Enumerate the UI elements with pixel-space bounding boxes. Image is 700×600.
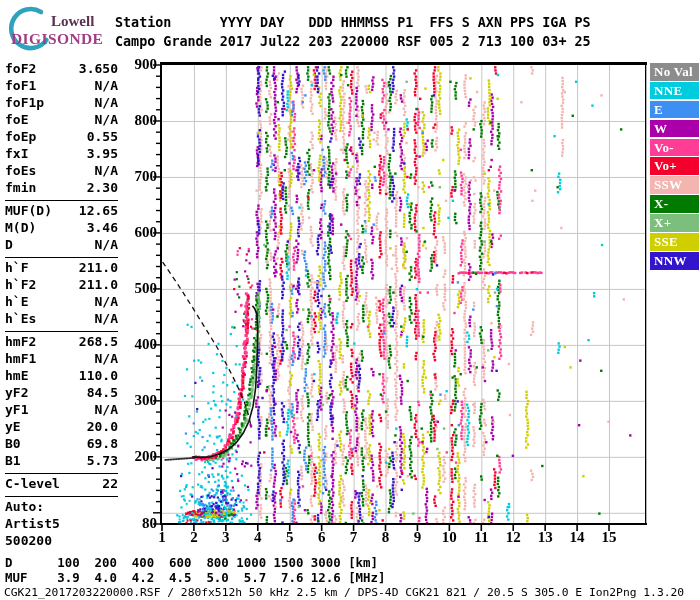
d-muf-table: D 100 200 400 600 800 1000 1500 3000 [km… (5, 556, 385, 586)
param-row: h`F211.0 (5, 260, 118, 277)
y-tick-label: 800 (114, 112, 157, 129)
x-tick-label: 3 (213, 529, 239, 546)
x-tick-label: 1 (149, 529, 175, 546)
param-row: yE20.0 (5, 419, 118, 436)
param-value: N/A (95, 78, 118, 95)
param-row: h`EN/A (5, 294, 118, 311)
param-row: foF23.650 (5, 61, 118, 78)
param-row: Auto: (5, 499, 118, 516)
x-tick-label: 11 (468, 529, 494, 546)
param-label: yF1 (5, 402, 28, 419)
param-value: N/A (95, 351, 118, 368)
param-row: 500200 (5, 533, 118, 550)
param-value: 110.0 (79, 368, 118, 385)
param-label: C-level (5, 476, 60, 493)
param-row: hmE110.0 (5, 368, 118, 385)
param-row: foF1N/A (5, 78, 118, 95)
param-label: B0 (5, 436, 21, 453)
file-info-footer: CGK21_2017203220000.RSF / 280fx512h 50 k… (4, 586, 684, 599)
param-row: yF284.5 (5, 385, 118, 402)
param-label: MUF(D) (5, 203, 52, 220)
legend-item-sse: SSE (650, 233, 699, 251)
param-label: M(D) (5, 220, 36, 237)
legend-item-e: E (650, 101, 699, 119)
param-row: hmF1N/A (5, 351, 118, 368)
param-row: foEsN/A (5, 163, 118, 180)
param-label: h`E (5, 294, 28, 311)
y-tick-label: 300 (114, 392, 157, 409)
x-tick-label: 2 (181, 529, 207, 546)
legend-item-x-: X- (650, 195, 699, 213)
x-tick-label: 9 (404, 529, 430, 546)
param-row: hmF2268.5 (5, 334, 118, 351)
param-value: 211.0 (79, 277, 118, 294)
y-tick-label: 700 (114, 168, 157, 185)
param-row: DN/A (5, 237, 118, 254)
x-tick-label: 6 (309, 529, 335, 546)
param-value: 22 (102, 476, 118, 493)
param-label: D (5, 237, 13, 254)
param-row: fmin2.30 (5, 180, 118, 197)
x-tick-label: 7 (341, 529, 367, 546)
y-tick-label: 200 (114, 448, 157, 465)
param-label: 500200 (5, 533, 52, 550)
param-label: foF1 (5, 78, 36, 95)
param-row: MUF(D)12.65 (5, 203, 118, 220)
param-row: M(D)3.46 (5, 220, 118, 237)
param-row: h`EsN/A (5, 311, 118, 328)
panel-separator (5, 473, 118, 474)
param-row: B15.73 (5, 453, 118, 470)
x-tick-label: 4 (245, 529, 271, 546)
legend-item-ssw: SSW (650, 176, 699, 194)
ionogram-page: Lowell DIGISONDE Station YYYY DAY DDD HH… (0, 0, 700, 600)
param-value: 3.650 (79, 61, 118, 78)
param-value: 12.65 (79, 203, 118, 220)
param-value: 211.0 (79, 260, 118, 277)
x-tick-label: 5 (277, 529, 303, 546)
panel-separator (5, 257, 118, 258)
y-tick-label: 500 (114, 280, 157, 297)
param-label: Auto: (5, 499, 44, 516)
x-tick-label: 10 (436, 529, 462, 546)
echo-direction-legend: No ValNNEEWVo-Vo+SSWX-X+SSENNW (650, 63, 699, 271)
param-value: N/A (95, 311, 118, 328)
param-value: 268.5 (79, 334, 118, 351)
legend-item-w: W (650, 120, 699, 138)
logo-brand-top: Lowell (51, 13, 94, 29)
panel-separator (5, 200, 118, 201)
param-row: foF1pN/A (5, 95, 118, 112)
panel-separator (5, 331, 118, 332)
legend-item-vo+: Vo+ (650, 157, 699, 175)
param-row: foEp0.55 (5, 129, 118, 146)
param-label: h`Es (5, 311, 36, 328)
header-text: Station YYYY DAY DDD HHMMSS P1 FFS S AXN… (115, 14, 591, 51)
param-label: B1 (5, 453, 21, 470)
param-row: h`F2211.0 (5, 277, 118, 294)
x-tick-label: 8 (373, 529, 399, 546)
parameter-panel: foF23.650foF1N/AfoF1pN/AfoEN/AfoEp0.55fx… (5, 61, 118, 550)
param-label: foEp (5, 129, 36, 146)
param-value: 0.55 (87, 129, 118, 146)
x-tick-label: 13 (532, 529, 558, 546)
param-row: B069.8 (5, 436, 118, 453)
logo-brand-bottom: DIGISONDE (11, 30, 103, 47)
y-tick-label: 900 (114, 56, 157, 73)
param-row: C-level22 (5, 476, 118, 493)
param-label: yE (5, 419, 21, 436)
legend-item-nne: NNE (650, 82, 699, 100)
x-tick-label: 14 (564, 529, 590, 546)
param-label: yF2 (5, 385, 28, 402)
param-value: 3.95 (87, 146, 118, 163)
y-tick-label: 600 (114, 224, 157, 241)
legend-item-nnw: NNW (650, 252, 699, 270)
param-row: foEN/A (5, 112, 118, 129)
param-label: h`F (5, 260, 28, 277)
param-label: fxI (5, 146, 28, 163)
param-label: foF2 (5, 61, 36, 78)
y-tick-label: 400 (114, 336, 157, 353)
lowell-digisonde-logo: Lowell DIGISONDE (4, 4, 114, 56)
x-tick-label: 15 (596, 529, 622, 546)
header-line2: Campo Grande 2017 Jul22 203 220000 RSF 0… (115, 34, 591, 49)
param-value: N/A (95, 95, 118, 112)
param-label: hmF2 (5, 334, 36, 351)
